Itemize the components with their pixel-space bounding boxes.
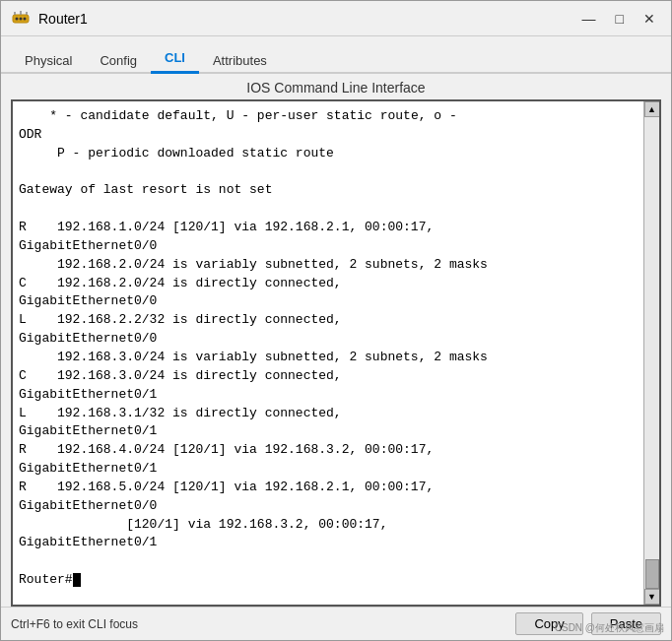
tab-bar: Physical Config CLI Attributes: [1, 36, 671, 74]
scrollbar-track[interactable]: [644, 117, 659, 589]
scrollbar[interactable]: ▲ ▼: [643, 101, 659, 605]
scrollbar-thumb[interactable]: [645, 559, 659, 589]
minimize-button[interactable]: —: [576, 10, 602, 28]
title-bar: Router1 — □ ✕: [1, 1, 671, 36]
copy-button[interactable]: Copy: [515, 612, 582, 635]
paste-button[interactable]: Paste: [591, 612, 661, 635]
terminal-wrapper: * - candidate default, U - per-user stat…: [11, 99, 661, 607]
tab-config[interactable]: Config: [86, 47, 151, 74]
scrollbar-up-arrow[interactable]: ▲: [644, 101, 660, 117]
status-bar: Ctrl+F6 to exit CLI focus Copy Paste: [1, 607, 671, 640]
window-title: Router1: [38, 11, 88, 27]
terminal-output[interactable]: * - candidate default, U - per-user stat…: [13, 101, 643, 605]
svg-point-1: [16, 17, 19, 20]
scrollbar-down-arrow[interactable]: ▼: [644, 589, 660, 605]
svg-point-2: [20, 17, 23, 20]
action-buttons: Copy Paste: [515, 612, 661, 635]
router1-window: Router1 — □ ✕ Physical Config CLI Attrib…: [0, 0, 672, 641]
tab-attributes[interactable]: Attributes: [199, 47, 281, 74]
maximize-button[interactable]: □: [610, 10, 630, 28]
terminal-cursor: [73, 573, 81, 587]
title-controls: — □ ✕: [576, 10, 661, 28]
title-bar-left: Router1: [11, 9, 88, 29]
status-hint: Ctrl+F6 to exit CLI focus: [11, 617, 138, 631]
cli-title: IOS Command Line Interface: [1, 74, 671, 99]
tab-cli[interactable]: CLI: [151, 44, 199, 74]
tab-physical[interactable]: Physical: [11, 47, 86, 74]
router-icon: [11, 9, 31, 29]
close-button[interactable]: ✕: [638, 10, 661, 28]
svg-point-3: [24, 17, 27, 20]
